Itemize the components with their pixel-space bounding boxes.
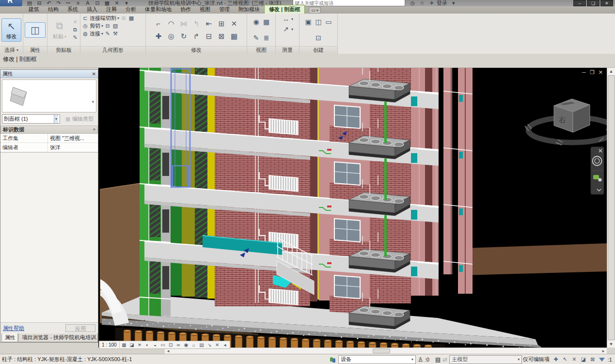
horizontal-scrollbar[interactable]: ◂ ▸ — [165, 348, 607, 354]
scroll-right-icon[interactable]: ▸ — [600, 348, 607, 354]
help-dropdown-icon[interactable]: ▾ — [452, 0, 455, 6]
modify-tool-13-icon[interactable]: ▦ — [230, 32, 238, 41]
section-identity-data[interactable]: 标识数据 ^ — [0, 126, 98, 134]
tab-architecture[interactable]: 建筑 — [24, 5, 44, 14]
restore-button[interactable]: ❏ — [587, 0, 599, 6]
property-row[interactable]: 工作集 视图 "三维视... — [0, 134, 98, 143]
ruler-icon[interactable]: ↔ — [282, 15, 290, 23]
horizontal-scroll-thumb[interactable] — [373, 348, 390, 353]
unjoin-icon[interactable]: ▧ — [112, 23, 119, 30]
view-control-9-icon[interactable]: ⌂ — [191, 342, 197, 348]
ribbon-collapse-button[interactable]: ▭▾ — [309, 7, 321, 14]
tab-modify-section-box[interactable]: 修改 | 剖面框 — [264, 5, 305, 14]
modify-tool-7-icon[interactable]: ✚ — [154, 32, 163, 41]
tab-massing-site[interactable]: 体量和场地 — [141, 5, 176, 14]
modify-tool-4-icon[interactable]: ⇤ — [205, 19, 213, 28]
scroll-up-icon[interactable]: ▲ — [607, 68, 615, 75]
properties-header[interactable]: 属性 ✕ — [0, 70, 98, 78]
vertical-scrollbar[interactable]: ▲ ▼ — [607, 68, 615, 348]
vertical-scroll-thumb[interactable] — [608, 75, 615, 340]
modify-tool-10-icon[interactable]: ↱ — [192, 32, 201, 41]
favorites-icon[interactable]: ☆ — [420, 0, 425, 6]
navigation-bar[interactable] — [591, 147, 604, 194]
view-control-11-icon[interactable]: ↘ — [206, 342, 213, 348]
tab-manage[interactable]: 管理 — [215, 5, 234, 14]
chevron-down-icon[interactable]: ▾ — [92, 99, 94, 104]
view-restore-button[interactable]: ❐ — [590, 70, 595, 75]
tab-addins[interactable]: 附加模块 — [234, 5, 264, 14]
create-similar-icon[interactable]: ◫ — [314, 17, 323, 26]
view-control-6-icon[interactable]: ⊡ — [168, 342, 174, 348]
tab-analyze[interactable]: 分析 — [121, 5, 141, 14]
exchange-icon[interactable]: ◎ — [410, 0, 415, 6]
join-button[interactable]: ◍ 连接▾ ✎ ⚒ — [82, 30, 119, 37]
modify-tool-5-icon[interactable]: ⊞ — [217, 19, 226, 28]
create-assembly-icon[interactable]: ⊡ — [314, 33, 323, 42]
close-button[interactable]: ✕ — [600, 0, 613, 6]
view-control-0-icon[interactable]: ▦ — [121, 342, 127, 348]
type-preview[interactable]: ▾ — [2, 79, 96, 112]
wall-joins-icon[interactable]: ▩ — [128, 15, 135, 22]
property-row[interactable]: 编辑者 张洋 — [0, 143, 98, 152]
collapse-icon[interactable]: ^ — [93, 127, 95, 132]
scale-button[interactable]: 1 : 100 — [101, 342, 120, 348]
worksets-icon[interactable] — [330, 356, 336, 363]
view-minimize-button[interactable]: ─ — [582, 70, 586, 75]
modify-tool-0-icon[interactable]: ⌐ — [154, 19, 163, 28]
view-control-5-icon[interactable]: ▭ — [160, 342, 166, 348]
dimension-icon[interactable]: ↗ — [282, 25, 290, 33]
tab-insert[interactable]: 插入 — [82, 5, 102, 14]
view-control-7-icon[interactable]: ∞ — [175, 342, 182, 348]
modify-button[interactable]: ↖ 修改 — [1, 18, 21, 42]
edit-type-button[interactable]: ▦ 编辑类型 — [62, 115, 96, 123]
modify-tool-6-icon[interactable]: ✕ — [230, 19, 238, 28]
view-control-1-icon[interactable]: ◪ — [129, 342, 135, 348]
modify-tool-9-icon[interactable]: ↻ — [179, 32, 188, 41]
beam-join-icon[interactable]: ⊟ — [104, 23, 111, 30]
cut-icon[interactable]: ✕ — [72, 19, 79, 26]
tab-annotate[interactable]: 注释 — [102, 5, 121, 14]
tab-systems[interactable]: 系统 — [63, 5, 82, 14]
sign-in-button[interactable]: 登录 — [437, 0, 447, 6]
create-parts-icon[interactable]: ▭ — [324, 17, 333, 26]
modify-tool-11-icon[interactable]: ⊟ — [205, 32, 213, 41]
view-control-3-icon[interactable]: ◐ — [144, 342, 151, 348]
modify-tool-1-icon[interactable]: ◠ — [167, 19, 175, 28]
modify-tool-12-icon[interactable]: ⊠ — [217, 32, 226, 41]
search-input[interactable] — [293, 0, 405, 6]
status-select-0-icon[interactable]: ✚ — [552, 356, 559, 363]
match-properties-icon[interactable]: ✎ — [72, 34, 79, 41]
paste-button[interactable]: ⧉ 粘贴▾ — [49, 18, 70, 42]
close-icon[interactable]: ✕ — [92, 71, 96, 77]
tab-structure[interactable]: 结构 — [44, 5, 63, 14]
modify-tool-2-icon[interactable]: ⋈ — [179, 19, 188, 28]
apply-button[interactable]: 应用 — [65, 324, 95, 332]
active-workset-select[interactable]: 设备 ▾ — [338, 355, 416, 364]
design-option-select[interactable]: 主模型 ▾ — [449, 355, 522, 364]
tab-view[interactable]: 视图 — [195, 5, 215, 14]
cut-joins-button[interactable]: ⊏ 连接端切割▾ ⊞ ▩ — [82, 15, 135, 22]
view-close-button[interactable]: ✕ — [599, 70, 603, 75]
scroll-down-icon[interactable]: ▼ — [607, 341, 615, 348]
status-select-4-icon[interactable]: ⊠ — [589, 356, 596, 363]
modify-tool-3-icon[interactable]: ↰ — [192, 19, 201, 28]
demolish-hammer-icon[interactable]: ⚒ — [112, 31, 119, 37]
tab-properties-palette[interactable]: 属性 — [1, 333, 18, 342]
filter-icon[interactable] — [599, 358, 605, 362]
create-group-icon[interactable]: ▣ — [304, 17, 313, 26]
properties-help-link[interactable]: 属性帮助 — [3, 325, 24, 332]
view-cube-face-label[interactable]: 右 — [558, 115, 566, 124]
view-control-12-icon[interactable]: ✕ — [214, 342, 221, 348]
communication-icon[interactable]: ✈ — [429, 0, 434, 6]
minimize-button[interactable]: – — [573, 0, 586, 6]
selected-column-highlight[interactable] — [171, 69, 190, 187]
view-control-4-icon[interactable]: ◒ — [152, 342, 158, 348]
cut-button[interactable]: ◎ 剪切▾ ⊟ ▧ — [82, 22, 119, 30]
horizontal-scroll-track[interactable] — [172, 348, 600, 354]
design-options-icon[interactable]: ▤ — [435, 356, 441, 363]
paint-icon[interactable]: ✎ — [104, 31, 111, 37]
drawing-area[interactable]: 右 ─ ❐ ✕ — [98, 68, 607, 348]
status-select-1-icon[interactable]: ↖ — [562, 356, 568, 363]
copy-icon[interactable]: ⧉ — [72, 27, 79, 33]
panel-label-select[interactable]: 选择▾ — [0, 46, 23, 54]
